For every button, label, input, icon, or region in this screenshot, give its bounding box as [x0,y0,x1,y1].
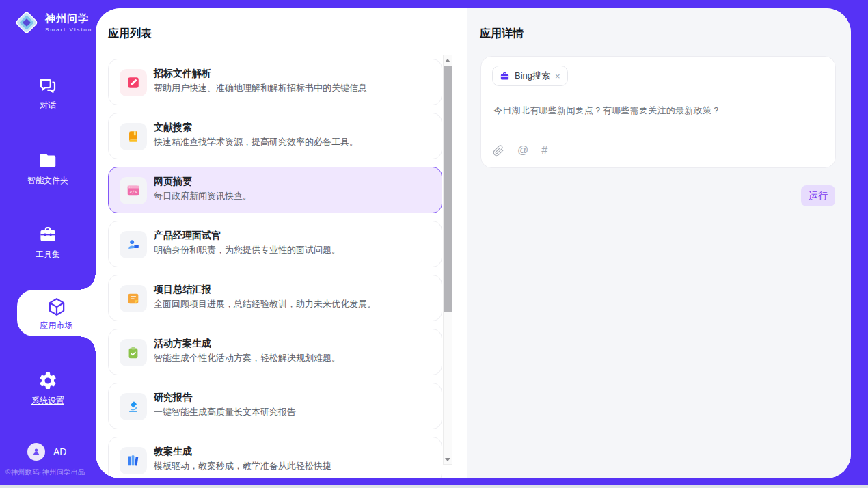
scroll-down-icon[interactable] [444,455,452,464]
app-desc: 智能生成个性化活动方案，轻松解决规划难题。 [154,352,340,364]
app-list-title: 应用列表 [108,27,152,41]
app-detail-panel: 应用详情 Bing搜索 × 今日湖北有哪些新闻要点？有哪些需要关注的最新政策？ … [467,8,851,478]
tool-tag-bing-search[interactable]: Bing搜索 × [492,66,568,86]
sidebar: 神州问学 Smart Vision 对话 智能文件夹 工具集 [0,0,96,485]
brand-subtitle: Smart Vision [45,27,92,33]
sidebar-item-chat[interactable]: 对话 [0,75,96,111]
app-desc: 快速精准查找学术资源，提高研究效率的必备工具。 [154,136,358,148]
main-content: 应用列表 招标文件解析 帮助用户快速、准确地理解和解析招标书中的关键信息 文献搜… [96,8,851,478]
brand-name: 神州问学 [45,12,92,25]
sidebar-item-app-market[interactable]: 应用市场 [17,290,96,336]
toolbox-icon [38,224,58,245]
app-name: 教案生成 [154,446,192,458]
app-desc: 全面回顾项目进展，总结经验教训，助力未来优化发展。 [154,298,376,310]
sidebar-item-toolset[interactable]: 工具集 [0,224,96,260]
sidebar-item-label: 工具集 [36,249,60,260]
user-account[interactable]: AD [27,443,66,461]
app-name: 项目总结汇报 [154,284,211,296]
app-list-panel: 应用列表 招标文件解析 帮助用户快速、准确地理解和解析招标书中的关键信息 文献搜… [96,8,467,478]
app-desc: 模板驱动，教案秒成，教学准备从此轻松快捷 [154,460,331,472]
user-name: AD [53,446,66,457]
book-icon [120,123,147,150]
app-name: 网页摘要 [154,176,192,188]
avatar [27,443,45,461]
cube-icon [46,296,68,318]
question-text: 今日湖北有哪些新闻要点？有哪些需要关注的最新政策？ [493,105,721,117]
composer-card[interactable]: Bing搜索 × 今日湖北有哪些新闻要点？有哪些需要关注的最新政策？ @ # [480,56,836,168]
app-card-project-summary[interactable]: 项目总结汇报 全面回顾项目进展，总结经验教训，助力未来优化发展。 [108,275,442,321]
hash-icon[interactable]: # [541,144,547,157]
sidebar-item-label: 应用市场 [40,320,73,331]
folder-icon [38,150,58,171]
app-desc: 帮助用户快速、准确地理解和解析招标书中的关键信息 [154,82,367,94]
app-card-event-plan[interactable]: 活动方案生成 智能生成个性化活动方案，轻松解决规划难题。 [108,329,442,375]
app-name: 研究报告 [154,392,192,404]
app-card-webpage-summary[interactable]: </> 网页摘要 每日政府新闻资讯快查。 [108,167,442,213]
tag-label: Bing搜索 [515,70,550,82]
app-detail-title: 应用详情 [480,27,524,41]
composer-toolbar: @ # [493,144,547,157]
copyright-footer: ©神州数码·神州问学出品 [5,467,85,477]
app-name: 活动方案生成 [154,338,211,350]
scrollbar[interactable] [443,55,452,465]
app-card-bid-analysis[interactable]: 招标文件解析 帮助用户快速、准确地理解和解析招标书中的关键信息 [108,59,442,105]
paperclip-icon[interactable] [493,145,504,157]
app-card-pm-interviewer[interactable]: 产品经理面试官 明确身份和职责，为您提供专业性的面试问题。 [108,221,442,267]
books-icon [120,447,147,474]
webpage-code-icon: </> [120,177,147,204]
chat-icon [38,75,58,96]
sidebar-item-settings[interactable]: 系统设置 [0,370,96,407]
briefcase-icon [500,71,510,81]
microscope-icon [120,393,147,420]
app-card-lesson-plan[interactable]: 教案生成 模板驱动，教案秒成，教学准备从此轻松快捷 [108,437,442,478]
bottom-edge [0,485,868,488]
scroll-up-icon[interactable] [444,55,452,65]
run-button[interactable]: 运行 [801,185,835,206]
app-card-literature-search[interactable]: 文献搜索 快速精准查找学术资源，提高研究效率的必备工具。 [108,113,442,159]
app-name: 产品经理面试官 [154,230,221,242]
app-card-research-report[interactable]: 研究报告 一键智能生成高质量长文本研究报告 [108,383,442,429]
app-name: 招标文件解析 [154,68,211,80]
brand-logo: 神州问学 Smart Vision [14,10,92,36]
scrollbar-thumb[interactable] [444,66,452,312]
diamond-logo-icon [14,10,40,36]
app-desc: 一键智能生成高质量长文本研究报告 [154,406,296,418]
app-name: 文献搜索 [154,122,192,134]
sidebar-item-label: 对话 [40,100,56,111]
app-desc: 每日政府新闻资讯快查。 [154,190,252,202]
sidebar-item-smart-folder[interactable]: 智能文件夹 [0,150,96,187]
svg-text:</>: </> [130,189,137,194]
app-desc: 明确身份和职责，为您提供专业性的面试问题。 [154,244,340,256]
clipboard-check-icon [120,339,147,366]
sidebar-item-label: 智能文件夹 [27,175,68,187]
note-icon [120,285,147,312]
edit-doc-icon [120,69,147,96]
at-icon[interactable]: @ [517,144,528,157]
interviewer-icon [120,231,147,258]
close-icon[interactable]: × [555,71,560,81]
person-icon [31,446,42,457]
sidebar-item-label: 系统设置 [31,395,64,407]
gear-icon [38,370,58,391]
